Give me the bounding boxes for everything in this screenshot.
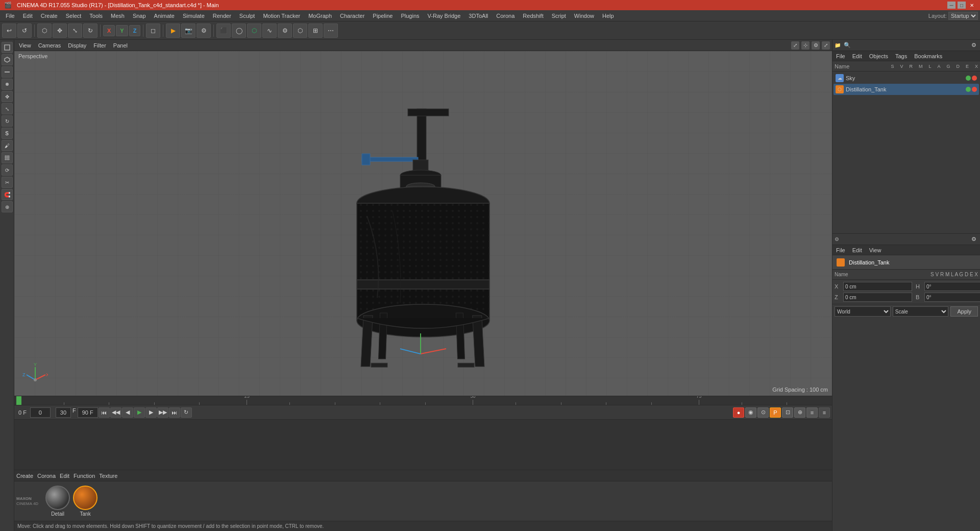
- menu-animate[interactable]: Animate: [151, 12, 178, 20]
- add-spline-button[interactable]: ∿: [262, 23, 277, 38]
- sidebar-icon-knife[interactable]: ✂: [2, 177, 13, 188]
- coord-scale-select[interactable]: Scale: [893, 306, 949, 317]
- sidebar-icon-brush[interactable]: 🖌: [2, 140, 13, 151]
- coord-z-pos-input[interactable]: [843, 293, 912, 302]
- sidebar-icon-poly[interactable]: [2, 54, 13, 65]
- vp-menu-cameras[interactable]: Cameras: [36, 42, 64, 49]
- menu-file[interactable]: File: [2, 12, 18, 20]
- x-axis-button[interactable]: X: [103, 25, 115, 36]
- vp-menu-display[interactable]: Display: [65, 42, 89, 49]
- render-to-po-button[interactable]: 📷: [181, 23, 195, 38]
- vp-nav-icon-3[interactable]: ⚙: [812, 41, 820, 50]
- play-button[interactable]: ▶: [134, 407, 145, 418]
- menu-3dtoall[interactable]: 3DToAll: [465, 12, 492, 20]
- render-settings-button[interactable]: ⚙: [197, 23, 211, 38]
- menu-motion-tracker[interactable]: Motion Tracker: [259, 12, 304, 20]
- menu-help[interactable]: Help: [599, 12, 618, 20]
- obj-dot-red[interactable]: [972, 76, 977, 81]
- cycle-button[interactable]: ↻: [181, 407, 192, 418]
- add-deformer-button[interactable]: ⬡: [247, 23, 261, 38]
- sidebar-icon-move[interactable]: ✥: [2, 91, 13, 102]
- record-active-button[interactable]: ●: [733, 407, 744, 418]
- obj-menu-edit[interactable]: Edit: [851, 53, 864, 60]
- obj-menu-bookmarks[interactable]: Bookmarks: [913, 53, 944, 60]
- mat-menu-edit[interactable]: Edit: [60, 473, 69, 479]
- obj-dot-green[interactable]: [966, 76, 971, 81]
- layout-select[interactable]: Startup: [948, 12, 978, 20]
- attr-toolbar-gear[interactable]: ⚙: [970, 235, 978, 243]
- menu-pipeline[interactable]: Pipeline: [369, 12, 396, 20]
- sidebar-icon-rotate[interactable]: ↻: [2, 115, 13, 127]
- rotate-button[interactable]: ↻: [83, 23, 97, 38]
- move-button[interactable]: ✥: [53, 23, 67, 38]
- viewport-3d[interactable]: Perspective: [14, 51, 832, 396]
- attr-menu-view[interactable]: View: [868, 247, 883, 254]
- minimize-button[interactable]: ─: [947, 2, 955, 9]
- menu-create[interactable]: Create: [37, 12, 61, 20]
- attr-menu-edit[interactable]: Edit: [851, 247, 864, 254]
- vp-menu-panel[interactable]: Panel: [111, 42, 130, 49]
- prev-keyframe-button[interactable]: ◀◀: [110, 407, 121, 418]
- last-frame-button[interactable]: ⏭: [169, 407, 180, 418]
- timeline-menu-button[interactable]: ≡: [819, 407, 830, 418]
- obj-menu-tags[interactable]: Tags: [894, 53, 909, 60]
- material-item-default[interactable]: Detail: [45, 486, 70, 517]
- attr-menu-file[interactable]: File: [835, 247, 847, 254]
- menu-vray[interactable]: V-Ray Bridge: [424, 12, 464, 20]
- menu-simulate[interactable]: Simulate: [179, 12, 208, 20]
- coord-b-input[interactable]: [924, 293, 980, 302]
- timeline-content[interactable]: [14, 420, 832, 470]
- next-frame-button[interactable]: ▶: [145, 407, 157, 418]
- menu-script[interactable]: Script: [548, 12, 570, 20]
- obj-menu-objects[interactable]: Objects: [868, 53, 890, 60]
- sidebar-icon-model[interactable]: [2, 42, 13, 53]
- sidebar-icon-loop[interactable]: ⟳: [2, 164, 13, 176]
- vp-nav-icon-fullscreen[interactable]: ⤢: [822, 41, 830, 50]
- sidebar-icon-s[interactable]: S: [2, 128, 13, 139]
- menu-edit[interactable]: Edit: [19, 12, 36, 20]
- record-param-button[interactable]: ≡: [806, 407, 818, 418]
- record-rot-button[interactable]: ⊕: [794, 407, 805, 418]
- undo-button[interactable]: ↩: [2, 23, 16, 38]
- mat-menu-function[interactable]: Function: [74, 473, 95, 479]
- restore-button[interactable]: □: [958, 2, 966, 9]
- coord-world-select[interactable]: World: [835, 306, 891, 317]
- fps-input[interactable]: [56, 407, 71, 418]
- prev-frame-button[interactable]: ◀: [122, 407, 133, 418]
- add-nurbs-button[interactable]: ◯: [232, 23, 246, 38]
- menu-redshift[interactable]: Redshift: [519, 12, 547, 20]
- mat-menu-texture[interactable]: Texture: [99, 473, 117, 479]
- sidebar-icon-point[interactable]: [2, 79, 13, 90]
- vp-menu-filter[interactable]: Filter: [91, 42, 108, 49]
- vp-nav-icon-2[interactable]: ⊹: [801, 41, 810, 50]
- sidebar-icon-mesh[interactable]: [2, 152, 13, 163]
- obj-toolbar-search[interactable]: 🔍: [842, 41, 852, 49]
- obj-dot-green-2[interactable]: [966, 87, 971, 92]
- menu-mograph[interactable]: MoGraph: [305, 12, 335, 20]
- add-tag-button[interactable]: ⬡: [293, 23, 307, 38]
- menu-snap[interactable]: Snap: [129, 12, 150, 20]
- live-select-button[interactable]: ⬡: [37, 23, 52, 38]
- sidebar-icon-edge[interactable]: [2, 66, 13, 78]
- end-frame-input[interactable]: [78, 407, 98, 418]
- vp-nav-icon-1[interactable]: ⤢: [791, 41, 799, 50]
- record-manual-button[interactable]: ⊙: [757, 407, 769, 418]
- vp-menu-view[interactable]: View: [16, 42, 34, 49]
- sidebar-icon-magnet[interactable]: 🧲: [2, 189, 13, 200]
- render-active-button[interactable]: ▶: [166, 23, 180, 38]
- scene-btn[interactable]: ⊞: [308, 23, 323, 38]
- menu-character[interactable]: Character: [336, 12, 368, 20]
- material-swatch-tank[interactable]: [73, 486, 97, 510]
- object-mode-button[interactable]: ◻: [146, 23, 160, 38]
- obj-toolbar-gear[interactable]: ⚙: [970, 41, 978, 49]
- sidebar-icon-scale[interactable]: ⤡: [2, 103, 13, 114]
- current-frame-input[interactable]: [30, 407, 51, 418]
- next-keyframe-button[interactable]: ▶▶: [157, 407, 168, 418]
- coord-h-input[interactable]: [924, 282, 980, 291]
- close-button[interactable]: ✕: [968, 2, 976, 9]
- mat-menu-corona[interactable]: Corona: [37, 473, 56, 479]
- sidebar-icon-weld[interactable]: ⊕: [2, 201, 13, 212]
- more-btn[interactable]: ⋯: [324, 23, 338, 38]
- first-frame-button[interactable]: ⏮: [99, 407, 110, 418]
- menu-window[interactable]: Window: [571, 12, 598, 20]
